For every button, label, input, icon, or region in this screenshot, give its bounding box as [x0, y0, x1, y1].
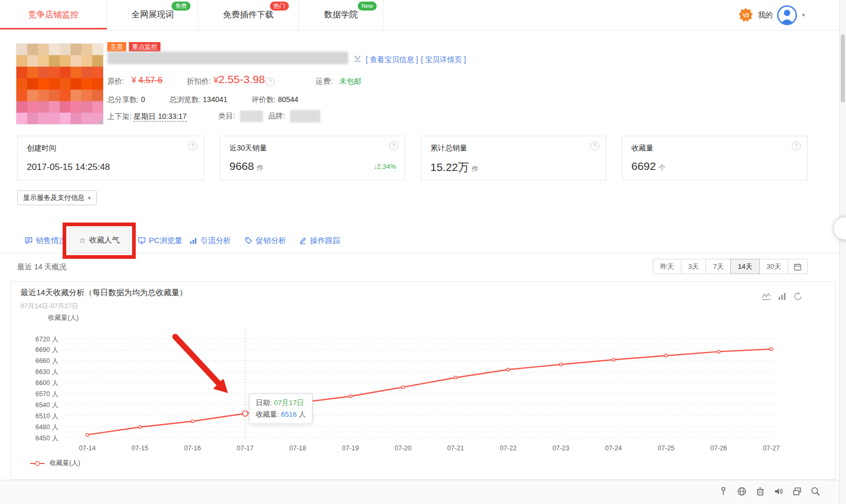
- help-icon[interactable]: ?: [590, 142, 599, 150]
- scrollbar-track[interactable]: [839, 0, 846, 504]
- window-icon[interactable]: [792, 486, 802, 497]
- favorites-line-chart[interactable]: 6450 人6480 人6510 人6540 人6570 人6600 人6630…: [11, 319, 824, 477]
- discount-help-icon[interactable]: ?: [266, 77, 275, 86]
- chat-bubble-icon: [25, 237, 33, 245]
- tab-operation-tracking[interactable]: 操作跟踪: [299, 227, 340, 254]
- tab-favorites-popularity-active[interactable]: ☆ 收藏人气: [69, 227, 129, 253]
- account-caret-icon[interactable]: ▾: [802, 12, 805, 18]
- card-title: 近30天销量: [229, 144, 267, 153]
- free-badge: 免费: [172, 2, 190, 11]
- tab-sales-status[interactable]: 销售情况: [25, 227, 66, 254]
- view-item-info-link[interactable]: [ 查看宝贝信息 ]: [366, 55, 418, 65]
- calendar-icon: [793, 263, 802, 271]
- tooltip-value: 6516: [281, 410, 297, 418]
- sales-delta-down: ↓2.34%: [374, 163, 396, 170]
- card-value: 6692个: [631, 160, 666, 173]
- pencil-icon: [299, 237, 307, 245]
- svg-text:6600 人: 6600 人: [35, 379, 58, 387]
- category-value-censored: [240, 110, 263, 122]
- range-7days[interactable]: 7天: [706, 259, 731, 274]
- tab-pc-views[interactable]: PC浏览量: [138, 227, 183, 254]
- my-account-label[interactable]: 我的: [758, 11, 772, 20]
- floating-side-button[interactable]: [833, 217, 846, 240]
- svg-text:07-17: 07-17: [237, 445, 254, 452]
- pin-icon[interactable]: [718, 486, 729, 497]
- favorites-chart-panel: 最近14天收藏分析（每日数据为均为总收藏量） 07月14日-07月27日 收藏量…: [11, 281, 835, 480]
- original-price-label: 原价:: [107, 77, 124, 86]
- nav-tab-keywords[interactable]: 全网展现词 免费: [107, 0, 198, 29]
- svg-text:07-22: 07-22: [500, 445, 517, 452]
- brand-label: 品牌:: [268, 112, 285, 121]
- bar-growth-icon: [189, 237, 197, 245]
- bottom-toolbar: [0, 480, 839, 504]
- legend-favorites[interactable]: 收藏量(人): [30, 459, 80, 468]
- original-price-value: ¥ 4.57-6: [132, 76, 163, 85]
- date-range-group: 昨天 3天 7天 14天 30天: [653, 259, 808, 274]
- browser-icon[interactable]: [737, 486, 747, 497]
- svg-text:07-20: 07-20: [395, 445, 411, 452]
- shipping-value: 未包邮: [339, 77, 361, 86]
- range-yesterday[interactable]: 昨天: [653, 259, 681, 274]
- nav-tab-label: 竞争店铺监控: [28, 9, 79, 21]
- card-title: 收藏量: [631, 144, 653, 153]
- tooltip-date: 07月17日: [274, 399, 304, 407]
- tab-traffic-analysis[interactable]: 引流分析: [189, 227, 231, 254]
- help-icon[interactable]: ?: [389, 142, 398, 150]
- svg-text:07-23: 07-23: [552, 445, 569, 452]
- avatar[interactable]: [777, 5, 797, 25]
- version-v3-icon[interactable]: V3: [739, 8, 753, 22]
- shelf-row: 上下架: 星期日 10:33:17 类目: 品牌:: [107, 112, 370, 124]
- svg-text:6570 人: 6570 人: [35, 390, 58, 398]
- product-tags: 主卖 重点监控: [107, 42, 160, 52]
- nav-tab-plugin-download[interactable]: 免费插件下载 热门: [198, 0, 299, 29]
- chart-tooltip: 日期: 07月17日 收藏量: 6516 人: [249, 394, 313, 424]
- price-tag-icon: [245, 237, 253, 245]
- product-image-censored: [16, 43, 104, 125]
- tab-promotion-analysis[interactable]: 促销分析: [245, 227, 286, 254]
- image-resize-corner: [98, 119, 103, 124]
- discount-price-value: ¥2.55-3.98: [214, 73, 265, 86]
- trash-icon[interactable]: [755, 486, 766, 497]
- shelf-label: 上下架:: [107, 112, 132, 120]
- help-icon[interactable]: ?: [792, 142, 801, 150]
- help-icon[interactable]: ?: [188, 142, 197, 150]
- svg-text:6540 人: 6540 人: [35, 401, 58, 409]
- legend-marker-icon: [30, 460, 46, 467]
- range-30days[interactable]: 30天: [759, 259, 788, 274]
- top-nav: 竞争店铺监控 全网展现词 免费 免费插件下载 热门 数据学院 New V3 我的: [0, 0, 846, 31]
- review-count: 评价数:80544: [251, 95, 300, 105]
- divider: [0, 253, 839, 254]
- card-title: 累计总销量: [430, 144, 467, 153]
- bar-chart-toggle-icon[interactable]: [778, 292, 787, 301]
- view-count: 总浏览数:134041: [169, 95, 230, 105]
- card-total-sales: 累计总销量 15.22万件 ?: [421, 136, 606, 180]
- range-3days[interactable]: 3天: [681, 259, 706, 274]
- svg-text:07-26: 07-26: [710, 445, 727, 452]
- svg-text:6690 人: 6690 人: [35, 346, 58, 354]
- nav-tab-shop-monitor[interactable]: 竞争店铺监控: [0, 0, 107, 29]
- item-detail-page-link[interactable]: [ 宝贝详情页 ]: [421, 55, 466, 65]
- refresh-icon[interactable]: [793, 292, 802, 301]
- range-14days-active[interactable]: 14天: [730, 259, 759, 274]
- card-value: 15.22万件: [430, 160, 479, 175]
- card-title: 创建时间: [27, 144, 56, 153]
- line-chart-toggle-icon[interactable]: [762, 292, 771, 301]
- volume-icon[interactable]: [773, 486, 784, 497]
- magnifier-icon[interactable]: [810, 486, 821, 497]
- scrollbar-thumb[interactable]: [841, 34, 845, 103]
- page: 竞争店铺监控 全网展现词 免费 免费插件下载 热门 数据学院 New V3 我的: [0, 0, 846, 504]
- caret-down-icon: ▾: [88, 195, 91, 201]
- svg-text:6480 人: 6480 人: [35, 424, 58, 431]
- card-value: 2017-05-15 14:25:48: [27, 162, 110, 173]
- nav-tab-academy[interactable]: 数据学院 New: [299, 0, 384, 29]
- svg-text:07-14: 07-14: [79, 445, 96, 452]
- svg-text:6630 人: 6630 人: [35, 368, 58, 376]
- show-services-payment-button[interactable]: 显示服务及支付信息 ▾: [17, 190, 97, 205]
- hot-badge: 热门: [270, 2, 289, 11]
- svg-text:07-27: 07-27: [763, 445, 780, 452]
- star-icon: ☆: [79, 236, 86, 245]
- shipping-label: 运费:: [316, 77, 333, 86]
- calendar-picker-button[interactable]: [788, 259, 808, 274]
- nav-right-cluster: V3 我的 ▾: [739, 0, 805, 30]
- svg-text:07-25: 07-25: [658, 445, 674, 452]
